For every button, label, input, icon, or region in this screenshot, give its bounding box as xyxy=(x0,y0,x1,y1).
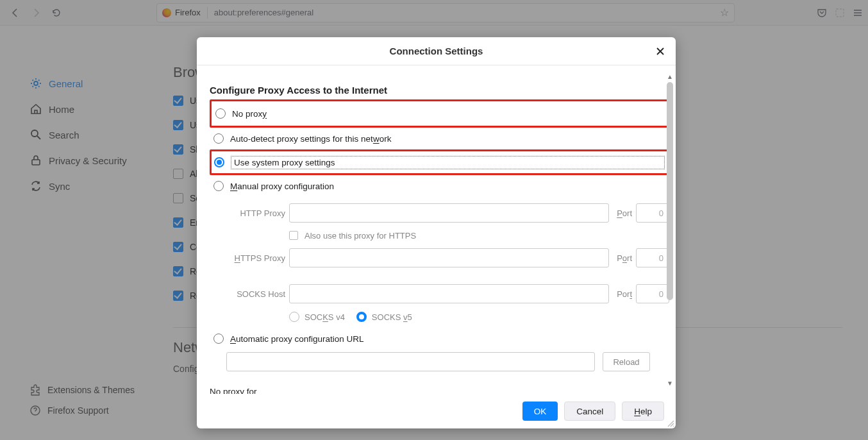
https-proxy-row: HTTPS Proxy Port xyxy=(222,244,669,271)
radio-use-system[interactable]: Use system proxy settings xyxy=(214,153,665,172)
radio-icon xyxy=(213,334,224,344)
radio-manual[interactable]: Manual proxy configuration xyxy=(213,176,669,196)
radio-icon-selected xyxy=(356,312,367,322)
socks-host-label: SOCKS Host xyxy=(222,289,285,299)
port-label: Port xyxy=(617,253,632,263)
also-use-https-row[interactable]: Also use this proxy for HTTPS xyxy=(289,226,669,244)
http-port-input[interactable] xyxy=(636,203,669,223)
http-proxy-label: HTTP Proxy xyxy=(222,208,285,218)
https-port-input[interactable] xyxy=(636,248,669,267)
help-button[interactable]: Help xyxy=(622,402,664,421)
radio-icon xyxy=(213,133,224,144)
http-proxy-row: HTTP Proxy Port xyxy=(222,199,669,226)
cancel-button[interactable]: Cancel xyxy=(564,402,615,421)
socks-version-row: SOCKS v4 SOCKS v5 xyxy=(289,307,669,326)
dialog-footer: OK Cancel Help xyxy=(197,394,676,428)
radio-icon xyxy=(215,108,226,119)
port-label: Port xyxy=(617,208,632,218)
dialog-body: Configure Proxy Access to the Internet N… xyxy=(197,65,676,394)
dialog-scrollbar[interactable]: ▲ ▼ xyxy=(665,72,674,387)
radio-no-proxy[interactable]: No proxy xyxy=(215,104,664,123)
radio-socks4[interactable]: SOCKS v4 xyxy=(289,312,345,322)
close-button[interactable] xyxy=(651,42,669,60)
scroll-track[interactable] xyxy=(665,82,674,377)
https-proxy-input[interactable] xyxy=(289,248,609,267)
socks-host-input[interactable] xyxy=(289,284,609,303)
close-icon xyxy=(656,47,665,56)
radio-socks5[interactable]: SOCKS v5 xyxy=(356,312,412,322)
http-proxy-input[interactable] xyxy=(289,203,609,223)
no-proxy-for-label: No proxy for xyxy=(210,387,669,394)
auto-url-row: Reload xyxy=(226,348,669,375)
ok-button[interactable]: OK xyxy=(522,402,558,421)
reload-pac-button[interactable]: Reload xyxy=(603,352,650,371)
socks-host-row: SOCKS Host Port xyxy=(222,280,669,307)
radio-auto-url[interactable]: Automatic proxy configuration URL xyxy=(213,329,669,348)
https-proxy-label: HTTPS Proxy xyxy=(222,253,285,263)
proxy-section-heading: Configure Proxy Access to the Internet xyxy=(210,85,669,96)
port-label: Port xyxy=(617,289,632,299)
radio-icon xyxy=(213,181,224,191)
scroll-up-icon[interactable]: ▲ xyxy=(665,72,674,81)
radio-icon-selected xyxy=(214,157,224,167)
scroll-thumb[interactable] xyxy=(667,82,673,300)
radio-auto-detect[interactable]: Auto-detect proxy settings for this netw… xyxy=(213,129,669,148)
scroll-down-icon[interactable]: ▼ xyxy=(665,378,674,387)
checkbox-icon xyxy=(289,231,298,240)
highlight-no-proxy: No proxy xyxy=(210,99,669,128)
auto-url-input[interactable] xyxy=(226,352,595,371)
connection-settings-dialog: Connection Settings Configure Proxy Acce… xyxy=(197,37,676,428)
radio-icon xyxy=(289,312,299,322)
dialog-title: Connection Settings xyxy=(390,46,483,56)
resize-grip-icon[interactable] xyxy=(665,418,674,427)
socks-port-input[interactable] xyxy=(636,284,669,303)
manual-proxy-fields: HTTP Proxy Port Also use this proxy for … xyxy=(222,199,669,326)
also-use-https-label: Also use this proxy for HTTPS xyxy=(305,231,416,241)
dialog-header: Connection Settings xyxy=(197,37,676,65)
highlight-use-system: Use system proxy settings xyxy=(210,149,669,175)
